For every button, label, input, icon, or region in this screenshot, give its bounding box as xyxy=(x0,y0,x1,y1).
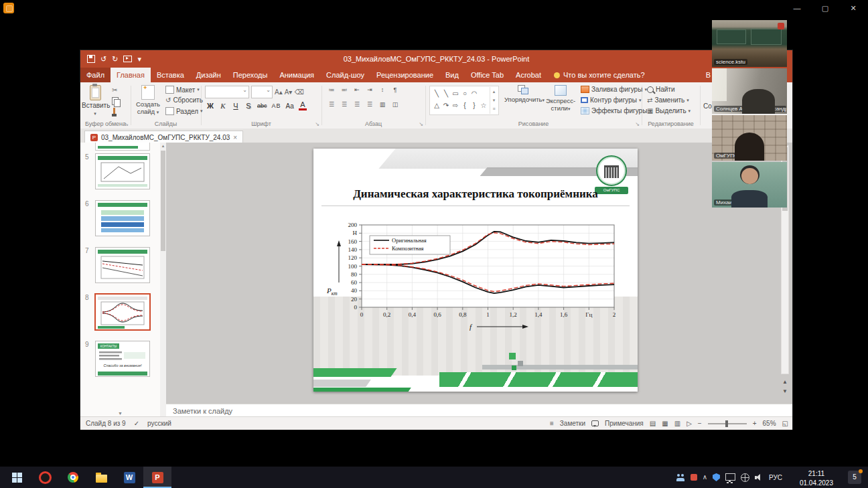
taskbar-clock[interactable]: 21:11 01.04.2023 xyxy=(800,469,833,487)
zoom-in-icon[interactable]: + xyxy=(753,420,757,427)
participant-video-3[interactable]: Михаил Михайлов xyxy=(712,162,787,208)
ribbon-tab-3[interactable]: Дизайн xyxy=(190,68,227,82)
shape-arc-icon[interactable]: ◠ xyxy=(469,88,479,100)
previous-slide-button[interactable]: ▲ xyxy=(781,378,789,386)
notification-center-icon[interactable]: 5 xyxy=(848,471,861,484)
align-left-icon[interactable]: ☰ xyxy=(327,100,336,109)
shape-brace-right-icon[interactable]: } xyxy=(469,100,479,112)
next-slide-button[interactable]: ▼ xyxy=(781,388,789,396)
grow-font-icon[interactable]: А▴ xyxy=(275,88,283,96)
slide-thumbnail-7[interactable] xyxy=(95,247,150,283)
font-style-button-4[interactable]: abc xyxy=(257,102,267,109)
display-icon[interactable] xyxy=(725,473,735,481)
font-size-select[interactable] xyxy=(251,86,273,98)
shapes-gallery[interactable]: ╲╲▭○◠ △↷⇨{}☆ ▴▾≡ xyxy=(429,86,499,115)
zoom-slider[interactable] xyxy=(708,423,747,424)
shape-outline-button[interactable]: Контур фигуры▾ xyxy=(581,96,641,104)
shape-triangle-icon[interactable]: △ xyxy=(432,100,441,112)
ribbon-tab-4[interactable]: Переходы xyxy=(227,68,274,82)
new-slide-button[interactable]: Создать слайд ▾ xyxy=(133,85,163,115)
dialog-launcher-icon[interactable]: ↘ xyxy=(124,121,129,127)
font-style-button-0[interactable]: Ж xyxy=(206,102,214,110)
align-center-icon[interactable]: ☰ xyxy=(340,100,349,109)
arrange-button[interactable]: Упорядочить▾ xyxy=(504,85,542,103)
shapes-scrollbar[interactable]: ▴▾≡ xyxy=(490,87,498,114)
slide-sorter-view-icon[interactable]: ▦ xyxy=(662,420,668,427)
tell-me-box[interactable]: Что вы хотите сделать? xyxy=(554,68,645,82)
participant-video-2[interactable]: ОмГУПС xyxy=(712,115,787,161)
shape-curve-icon[interactable]: ↷ xyxy=(441,100,451,112)
cut-button[interactable]: ✂ xyxy=(112,86,117,94)
notes-toggle[interactable]: Заметки xyxy=(560,420,585,427)
normal-view-icon[interactable]: ▤ xyxy=(650,420,656,427)
font-style-button-1[interactable]: К xyxy=(219,102,227,110)
scroll-down-icon[interactable]: ▼ xyxy=(118,411,123,416)
close-button[interactable]: ✕ xyxy=(844,2,863,14)
comments-toggle[interactable]: Примечания xyxy=(605,420,644,427)
indent-increase-icon[interactable]: ⇥ xyxy=(365,85,374,94)
tray-expand-icon[interactable]: ∧ xyxy=(703,474,707,481)
ribbon-tab-9[interactable]: Office Tab xyxy=(465,68,510,82)
slide-thumbnail-5[interactable] xyxy=(95,153,150,189)
taskbar-app-word[interactable]: W xyxy=(115,467,143,488)
font-style-button-2[interactable]: Ч xyxy=(232,102,240,110)
slideshow-view-icon[interactable]: ▷ xyxy=(686,420,692,427)
notification-flag-icon[interactable] xyxy=(691,474,697,481)
indent-decrease-icon[interactable]: ⇤ xyxy=(352,85,362,94)
ribbon-tab-1[interactable]: Главная xyxy=(111,68,151,82)
text-direction-icon[interactable]: ¶ xyxy=(390,85,400,94)
ribbon-tab-2[interactable]: Вставка xyxy=(151,68,190,82)
shield-icon[interactable] xyxy=(713,473,720,481)
fit-to-window-icon[interactable]: ◱ xyxy=(782,420,788,427)
columns-icon[interactable]: ▥ xyxy=(378,100,387,109)
font-style-button-3[interactable]: S xyxy=(244,102,252,110)
font-style-button-6[interactable]: Аа xyxy=(286,102,294,110)
replace-button[interactable]: ⇄Заменить▾ xyxy=(647,96,689,104)
sign-in-label[interactable]: В xyxy=(706,68,711,82)
find-button[interactable]: Найти xyxy=(647,86,675,93)
document-tab[interactable]: P 03_МихайловМС_ОмГУПС_РККТУ_24.03 × xyxy=(84,131,243,143)
document-tab-close-icon[interactable]: × xyxy=(233,134,237,141)
ribbon-tab-0[interactable]: Файл xyxy=(80,68,111,82)
language-indicator[interactable]: русский xyxy=(147,420,171,427)
dialog-launcher-icon[interactable]: ↘ xyxy=(419,121,423,127)
font-style-button-7[interactable]: А xyxy=(299,101,307,110)
layout-button[interactable]: Макет▾ xyxy=(165,86,200,94)
taskbar-app-explorer[interactable] xyxy=(87,467,115,488)
format-painter-button[interactable] xyxy=(113,108,115,114)
slide-thumbnail-9[interactable]: КОНТАКТЫСпасибо за внимание! xyxy=(95,341,150,377)
font-style-button-5[interactable]: АВ xyxy=(272,102,281,109)
participant-video-1[interactable]: Солнцев Алексей Александрович xyxy=(712,68,787,114)
share-label-truncated[interactable]: Со xyxy=(703,102,712,110)
maximize-button[interactable]: ▢ xyxy=(816,2,835,14)
paste-button[interactable]: Вставить ▾ xyxy=(82,85,108,116)
zoom-level[interactable]: 65% xyxy=(763,420,776,427)
ribbon-tab-7[interactable]: Рецензирование xyxy=(370,68,439,82)
reading-view-icon[interactable]: ▥ xyxy=(674,420,680,427)
speaker-icon[interactable] xyxy=(755,473,764,481)
thumbnails-scrollbar[interactable]: ▲ xyxy=(160,143,166,416)
clear-formatting-icon[interactable]: ⌫ xyxy=(294,88,303,96)
ribbon-tab-5[interactable]: Анимация xyxy=(273,68,320,82)
slide-thumbnail-8[interactable] xyxy=(94,293,151,331)
select-button[interactable]: ▦Выделить▾ xyxy=(647,107,691,114)
zoom-slider-thumb[interactable] xyxy=(725,420,728,427)
shape-star-icon[interactable]: ☆ xyxy=(479,100,488,112)
thumbnail-partial[interactable] xyxy=(95,143,150,151)
taskbar-app-opera[interactable] xyxy=(31,467,59,488)
taskbar-app-chrome[interactable] xyxy=(59,467,87,488)
copy-button[interactable] xyxy=(112,97,119,105)
ribbon-tab-8[interactable]: Вид xyxy=(439,68,465,82)
language-badge[interactable]: РУС xyxy=(769,474,782,481)
bullet-list-icon[interactable]: ≔ xyxy=(327,85,336,94)
zoom-out-icon[interactable]: − xyxy=(698,420,702,427)
conference-app-icon[interactable] xyxy=(3,3,14,13)
section-button[interactable]: Раздел▾ xyxy=(165,107,203,115)
smartart-icon[interactable]: ◫ xyxy=(390,100,400,109)
participant-video-0[interactable]: science.kstu xyxy=(712,20,787,67)
scrollbar-thumb[interactable] xyxy=(161,151,165,251)
align-right-icon[interactable]: ☰ xyxy=(352,100,362,109)
font-name-select[interactable] xyxy=(205,86,249,98)
shape-brace-left-icon[interactable]: { xyxy=(460,100,469,112)
shape-oval-icon[interactable]: ○ xyxy=(460,88,469,100)
